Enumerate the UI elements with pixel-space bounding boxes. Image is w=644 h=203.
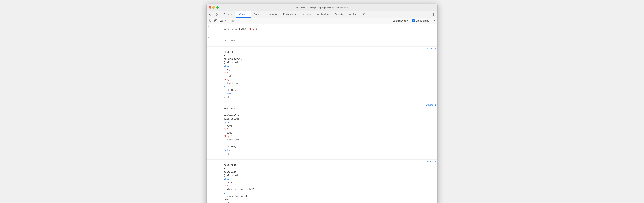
levels-arrow-icon: ▾ xyxy=(407,20,408,22)
inspect-button[interactable] xyxy=(206,11,214,18)
run-button[interactable] xyxy=(213,18,218,23)
console-source[interactable]: VM1240:1 xyxy=(426,47,436,50)
traffic-lights xyxy=(209,6,219,9)
console-content: keypress ▶ KeyboardEvent {isTrusted: tru… xyxy=(213,103,424,159)
maximize-button[interactable] xyxy=(216,6,219,9)
title-bar: DevTools - developers.google.com/web/sho… xyxy=(206,4,438,11)
console-output: › monitorEvents($0, "key"); ‹ undefined … xyxy=(206,24,438,203)
window-title: DevTools - developers.google.com/web/sho… xyxy=(296,6,348,9)
svg-point-7 xyxy=(434,20,435,21)
filter-input[interactable] xyxy=(230,20,388,22)
gear-icon xyxy=(433,19,436,22)
tab-security[interactable]: Security xyxy=(332,11,346,18)
play-icon xyxy=(214,19,217,22)
console-content: textInput ▶ TextEvent {isTrusted: true ,… xyxy=(213,160,424,203)
tab-application[interactable]: Application xyxy=(314,11,332,18)
group-similar-label[interactable]: Group similar xyxy=(410,20,431,22)
tabs-right: ⋮ xyxy=(431,11,438,18)
device-toggle-button[interactable] xyxy=(214,11,220,18)
console-source[interactable]: VM1240:1 xyxy=(426,103,436,107)
console-content: undefined xyxy=(213,36,436,46)
more-tabs-button[interactable]: ⋮ xyxy=(431,12,436,17)
clear-icon xyxy=(208,19,211,22)
levels-label: Default levels xyxy=(392,20,406,22)
console-source[interactable]: VM1240:1 xyxy=(426,160,436,163)
tab-performance[interactable]: Performance xyxy=(280,11,300,18)
console-row: ‹ undefined xyxy=(206,35,438,47)
devtools-window: DevTools - developers.google.com/web/sho… xyxy=(206,4,438,203)
tab-audits[interactable]: Audits xyxy=(346,11,359,18)
svg-rect-0 xyxy=(216,13,217,16)
settings-button[interactable] xyxy=(432,18,437,23)
tabs-bar: Elements Console Sources Network Perform… xyxy=(206,11,438,18)
console-row: keydown ▶ KeyboardEvent {isTrusted: true… xyxy=(206,47,438,103)
cursor-icon xyxy=(208,13,212,16)
tab-console[interactable]: Console xyxy=(236,11,251,18)
tab-elements[interactable]: Elements xyxy=(220,11,236,18)
console-content: keydown ▶ KeyboardEvent {isTrusted: true… xyxy=(213,47,424,102)
tab-memory[interactable]: Memory xyxy=(300,11,314,18)
levels-dropdown[interactable]: Default levels ▾ xyxy=(391,20,410,22)
close-button[interactable] xyxy=(209,6,211,9)
group-similar-text: Group similar xyxy=(416,20,430,22)
svg-line-3 xyxy=(209,20,210,22)
filter-wrapper xyxy=(228,18,390,24)
console-toolbar: top ▾ Default levels ▾ Group similar xyxy=(206,18,438,24)
console-row: textInput ▶ TextEvent {isTrusted: true ,… xyxy=(206,160,438,203)
tab-axe[interactable]: aXe xyxy=(359,11,369,18)
clear-console-button[interactable] xyxy=(207,18,212,23)
device-icon xyxy=(215,13,218,16)
group-similar-checkbox[interactable] xyxy=(412,20,415,22)
console-row: keypress ▶ KeyboardEvent {isTrusted: tru… xyxy=(206,103,438,160)
tab-network[interactable]: Network xyxy=(266,11,280,18)
console-content: monitorEvents($0, "key"); xyxy=(213,24,436,35)
context-selector[interactable]: top ▾ xyxy=(219,18,227,23)
context-select-input[interactable]: top xyxy=(219,18,227,23)
tab-sources[interactable]: Sources xyxy=(251,11,266,18)
tabs-list: Elements Console Sources Network Perform… xyxy=(220,11,431,18)
output-indicator: ‹ xyxy=(208,36,210,40)
svg-rect-1 xyxy=(218,14,218,15)
console-row: › monitorEvents($0, "key"); xyxy=(206,24,438,35)
prompt-indicator: › xyxy=(208,24,210,28)
minimize-button[interactable] xyxy=(212,6,215,9)
